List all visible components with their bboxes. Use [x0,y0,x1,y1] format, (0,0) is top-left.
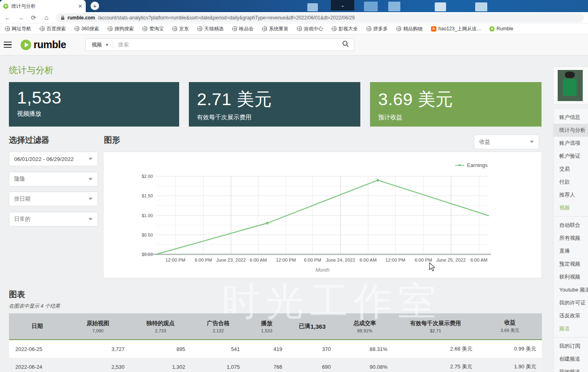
sidebar-item[interactable]: 我的频道 [554,366,588,372]
stat-value: 1,533 [17,88,171,108]
sidebar-item[interactable]: 获利视频 [554,271,588,283]
bookmark-item[interactable]: 爱淘宝 [142,25,164,32]
avatar [558,70,583,101]
bookmark-item[interactable]: 搜狗搜索 [108,25,134,32]
bookmark-label: 精品购物 [403,25,423,32]
svg-text:$1.50: $1.50 [142,193,153,198]
column-header[interactable]: 有效每千次展示费用$2.71 [393,313,478,339]
table-cell: 90.08% [336,358,393,372]
sidebar-item[interactable]: 视频 [554,201,588,214]
bookmark-label: 京东 [179,25,189,32]
bookmark-item[interactable]: Rumble [489,26,513,32]
bookmark-item[interactable]: 系统重装 [262,25,288,32]
legend-label: Earnings [467,162,488,168]
column-header[interactable]: 广告合格2,132 [191,313,245,339]
bookmark-label: 天猫精选 [204,25,224,32]
sidebar-item[interactable]: 所有视频 [554,232,588,245]
chevron-down-icon [89,198,93,200]
column-total: 1,533 [261,328,273,333]
browser-tab[interactable]: 统计与分析 ✕ [0,0,86,12]
column-header[interactable]: 原始视图7,090 [66,313,130,339]
sidebar-item[interactable]: 我的订阅 [554,340,588,353]
platform-dropdown[interactable]: 隆隆 [9,172,98,186]
column-header[interactable]: 已满1,363 [288,313,336,339]
sidebar-item[interactable]: 统计与分析 [554,124,588,137]
chevron-down-icon: ▼ [105,43,109,47]
table-row[interactable]: 2022-06-253,72789554141937088.31%2.68 美元… [9,340,542,358]
forward-icon[interactable]: → [17,14,24,21]
column-header[interactable]: 日期 [9,313,66,339]
column-header[interactable]: 总成交率88.91% [336,313,393,339]
bookmark-item[interactable]: hhao123_上网从这... [431,25,481,32]
wallpaper-block [307,3,318,11]
refresh-icon[interactable]: ⟳ [30,14,37,21]
bookmark-item[interactable]: 360搜索 [74,25,99,32]
column-header[interactable]: 独特的观点2,733 [130,313,191,339]
sidebar-item[interactable]: 账户选项 [554,137,588,150]
bookmark-item[interactable]: 精品购物 [396,25,423,32]
sidebar-item[interactable]: 我的许可证 [554,296,588,309]
search-category-select[interactable]: 视频 [86,41,105,49]
legend-line-marker [455,165,464,166]
column-name: 总成交率 [353,320,376,327]
stat-card: 1,533视频播放 [9,82,179,127]
svg-text:6:00 AM: 6:00 AM [360,258,376,262]
sidebar-item[interactable]: Youtube 频道 [554,283,588,296]
column-header[interactable]: 收益3.69 美元 [478,313,542,339]
profile-card[interactable] [553,67,588,104]
hamburger-menu-icon[interactable] [4,42,12,48]
rumble-logo-text: rumble [34,39,66,51]
search-icon[interactable] [342,40,349,49]
sidebar-item[interactable]: 频道 [554,322,588,335]
sidebar-item[interactable]: 自动联合 [554,219,588,232]
column-name: 播放 [261,320,273,327]
rumble-logo[interactable]: rumble [21,39,66,51]
page-title: 统计与分析 [9,64,53,76]
metric-dropdown[interactable]: 收益 [474,135,539,149]
url-bar[interactable]: rumble.com/account/stats-analytics?platf… [56,13,584,22]
globe-icon [142,26,147,31]
bookmark-item[interactable]: 京东 [172,25,189,32]
period-dropdown[interactable]: 日常的 [9,212,98,226]
sidebar-item[interactable]: 付款 [554,175,588,188]
table-cell: 2022-06-24 [9,358,66,372]
bookmark-item[interactable]: 拼多多 [366,25,388,32]
sidebar-item[interactable]: 账户信息 [554,111,588,124]
sidebar-item[interactable]: 直播 [554,245,588,258]
tab-close-icon[interactable]: ✕ [78,4,82,9]
new-tab-button[interactable]: + [91,2,99,10]
home-icon[interactable]: ⌂ [43,14,50,22]
rumble-icon [489,26,495,32]
bookmark-item[interactable]: 唯品会 [232,25,254,32]
sidebar-item[interactable]: 推荐人 [554,188,588,201]
globe-icon [297,26,302,31]
date-range-dropdown[interactable]: 06/01/2022 - 06/29/2022 [9,152,98,166]
bookmark-item[interactable]: 百度搜索 [40,25,66,32]
bookmark-item[interactable]: 游戏中心 [297,25,323,32]
bookmark-label: 搜狗搜索 [114,25,134,32]
sidebar-item[interactable]: 帐户验证 [554,150,588,163]
column-header[interactable]: 播放1,533 [245,313,288,339]
svg-text:6:00 PM: 6:00 PM [304,258,321,262]
sort-dropdown[interactable]: 按日期 [9,192,98,206]
sidebar-item[interactable]: 违反政策 [554,309,588,322]
column-total: 2,733 [155,328,166,333]
sidebar-item[interactable]: 交易 [554,163,588,175]
back-icon[interactable]: ← [4,14,11,21]
svg-text:12:00 PM: 12:00 PM [385,258,405,262]
bookmark-label: Rumble [497,26,513,32]
filters-heading: 选择过滤器 [9,135,49,146]
bookmark-item[interactable]: 天猫精选 [197,25,224,32]
overlay-panel[interactable]: ⌄ [331,0,354,11]
table-header-row: 日期原始视图7,090独特的观点2,733广告合格2,132播放1,533已满1… [9,313,542,340]
svg-text:6:00 PM: 6:00 PM [415,258,432,262]
sidebar-item[interactable]: 预定视频 [554,258,588,271]
sidebar-item[interactable]: 创建频道 [554,353,588,366]
search-input[interactable]: 搜索 [113,41,342,49]
svg-text:Month: Month [315,267,330,273]
bookmark-item[interactable]: 影视大全 [332,25,358,32]
bookmark-item[interactable]: 网址导航 [5,25,31,32]
results-table: 日期原始视图7,090独特的观点2,733广告合格2,132播放1,533已满1… [9,313,542,372]
table-row[interactable]: 2022-06-242,5301,3021,07576669090.08%2.7… [9,358,542,372]
search-bar[interactable]: 视频 ▼ 搜索 [85,38,354,51]
